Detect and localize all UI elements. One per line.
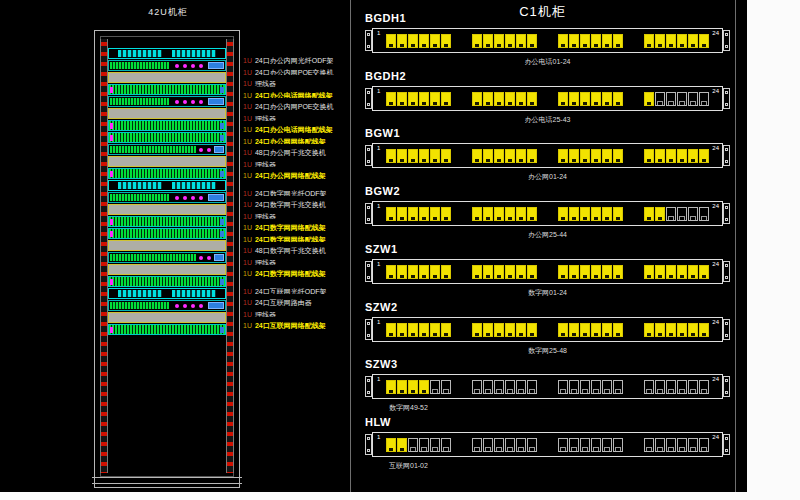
- port-number-last: 24: [712, 319, 719, 325]
- rj45-port-8: [483, 207, 493, 221]
- rj45-port-3: [408, 149, 418, 163]
- rj45-port-10: [505, 92, 515, 106]
- rj45-port-9: [494, 34, 504, 48]
- rj45-port-19: [644, 149, 654, 163]
- equipment-row: 1U24口数字网光纤ODF架: [243, 185, 349, 197]
- rj45-port-6: [441, 149, 451, 163]
- rj45-port-5: [430, 149, 440, 163]
- rj45-port-14: [569, 92, 579, 106]
- rj45-port-18: [613, 265, 623, 279]
- unit-height-marker: 1U: [243, 322, 252, 329]
- equipment-row: 1U理线器: [243, 75, 349, 87]
- port-number-first: 1: [377, 319, 380, 325]
- rj45-port-1: [386, 323, 396, 337]
- rj45-port-3: [408, 380, 418, 394]
- mounting-ear: [365, 319, 372, 340]
- rj45-port-11: [516, 149, 526, 163]
- equipment-label: 24口互联网网络配线架: [255, 322, 326, 329]
- rj45-port-4: [419, 34, 429, 48]
- rj45-port-24: [699, 323, 709, 337]
- patch-panel-row: SZW3124数字网49-52: [365, 358, 730, 413]
- rj45-port-9: [494, 265, 504, 279]
- panel-port-range-label: 数字网49-52: [365, 403, 730, 413]
- rj45-port-22: [677, 149, 687, 163]
- cad-canvas[interactable]: 42U机柜 1U24口办公内网光纤ODF架1U24口办公内网POE交换机1U理线…: [0, 0, 800, 500]
- rj45-port-10: [505, 265, 515, 279]
- rack-unit-panel: [108, 228, 226, 239]
- port-group: [644, 34, 709, 48]
- rj45-port-19: [644, 34, 654, 48]
- rj45-port-7: [472, 149, 482, 163]
- port-number-first: 1: [377, 203, 380, 209]
- rj45-port-15: [580, 438, 590, 452]
- unit-height-marker: 1U: [243, 224, 252, 231]
- rj45-port-24: [699, 34, 709, 48]
- rj45-port-12: [527, 34, 537, 48]
- rj45-port-2: [397, 265, 407, 279]
- port-number-last: 24: [712, 434, 719, 440]
- equipment-row: 1U理线器: [243, 254, 349, 266]
- port-group: [558, 92, 623, 106]
- equipment-row: 1U48口办公网千兆交换机: [243, 144, 349, 156]
- port-group: [558, 438, 623, 452]
- rj45-port-17: [602, 92, 612, 106]
- rj45-port-17: [602, 207, 612, 221]
- panel-name: SZW2: [365, 301, 730, 315]
- rack-title: 42U机柜: [96, 6, 240, 19]
- rj45-port-19: [644, 380, 654, 394]
- mounting-ear: [365, 30, 372, 51]
- frame-right-border: [735, 0, 736, 492]
- rj45-port-10: [505, 149, 515, 163]
- rack-rail-right: [226, 39, 234, 473]
- equipment-row: 1U24口数字网网络配线架: [243, 219, 349, 231]
- rj45-port-17: [602, 149, 612, 163]
- rj45-port-18: [613, 380, 623, 394]
- mounting-ear: [365, 88, 372, 109]
- rj45-port-24: [699, 438, 709, 452]
- rj45-port-22: [677, 92, 687, 106]
- equipment-row: 1U24口互联网光纤ODF架: [243, 283, 349, 295]
- rj45-port-20: [655, 149, 665, 163]
- rj45-port-2: [397, 438, 407, 452]
- equipment-row: 1U24口互联网网络配线架: [243, 317, 349, 329]
- panel-port-range-label: 互联网01-02: [365, 461, 730, 471]
- mounting-ear: [723, 319, 730, 340]
- panel-body: 124: [372, 86, 723, 111]
- rj45-port-2: [397, 380, 407, 394]
- panel-port-range-label: 办公电话25-43: [365, 115, 730, 125]
- port-group: [472, 380, 537, 394]
- rj45-port-6: [441, 323, 451, 337]
- rj45-port-16: [591, 149, 601, 163]
- rj45-port-7: [472, 438, 482, 452]
- panel-body: 124: [372, 374, 723, 399]
- patch-panel: 124: [365, 86, 730, 111]
- port-group: [558, 265, 623, 279]
- rj45-port-2: [397, 92, 407, 106]
- rj45-port-10: [505, 380, 515, 394]
- port-number-last: 24: [712, 261, 719, 267]
- rack-unit-blank: [108, 72, 226, 83]
- panel-body: 124: [372, 259, 723, 284]
- rj45-port-23: [688, 323, 698, 337]
- equipment-label: 理线器: [255, 80, 276, 87]
- unit-height-marker: 1U: [243, 247, 252, 254]
- unit-height-marker: 1U: [243, 299, 252, 306]
- mounting-ear: [723, 88, 730, 109]
- port-group: [386, 149, 451, 163]
- rj45-port-3: [408, 92, 418, 106]
- port-group: [644, 265, 709, 279]
- mounting-ear: [723, 145, 730, 166]
- rj45-port-24: [699, 380, 709, 394]
- rj45-port-4: [419, 265, 429, 279]
- rj45-port-22: [677, 323, 687, 337]
- rj45-port-6: [441, 207, 451, 221]
- equipment-row: 1U理线器: [243, 306, 349, 318]
- rj45-port-14: [569, 265, 579, 279]
- rj45-port-5: [430, 207, 440, 221]
- rj45-port-21: [666, 34, 676, 48]
- rj45-port-7: [472, 380, 482, 394]
- patch-panel-row: BGDH2124办公电话25-43: [365, 70, 730, 125]
- port-number-first: 1: [377, 261, 380, 267]
- rack-unit-blank: [108, 264, 226, 275]
- viewport-margin-right: [747, 0, 800, 500]
